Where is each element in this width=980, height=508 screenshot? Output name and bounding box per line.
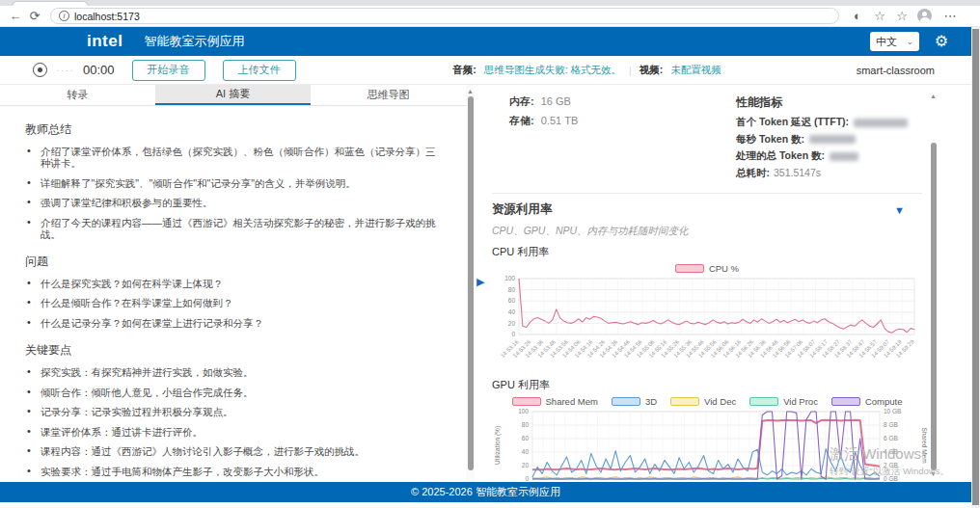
bullet-item: 什么是探究实践？如何在科学课上体现？ <box>25 278 441 289</box>
legend-item[interactable]: Vid Dec <box>670 396 736 407</box>
scrollbar-thumb[interactable] <box>468 96 474 470</box>
svg-text:8 GB: 8 GB <box>884 421 898 428</box>
tab-item[interactable]: AI 摘要 <box>155 85 311 105</box>
bullet-item: 介绍了课堂评价体系，包括绿色（探究实践）、粉色（倾听合作）和蓝色（记录分享）三种… <box>25 146 441 169</box>
storage-label: 存储: <box>509 115 534 126</box>
left-panel-scrollbar[interactable]: ▲ <box>466 85 475 482</box>
svg-text:100: 100 <box>504 275 515 281</box>
charts-area: CPU 利用率CPU %02040608010014:53:1614:53:26… <box>492 245 922 482</box>
memory-value: 16 GB <box>541 95 571 107</box>
section-list: 什么是探究实践？如何在科学课上体现？什么是倾听合作？在科学课堂上如何做到？什么是… <box>25 278 441 329</box>
cpu-chart-block: CPU 利用率CPU %02040608010014:53:1614:53:26… <box>492 245 922 371</box>
legend-label: Vid Dec <box>704 396 736 407</box>
scrollbar-thumb[interactable] <box>972 29 979 505</box>
svg-text:0: 0 <box>511 331 515 337</box>
chart-legend: CPU % <box>492 261 922 275</box>
page-info-icon[interactable]: i <box>59 11 69 21</box>
storage-value: 0.51 TB <box>541 115 579 126</box>
svg-text:100: 100 <box>518 408 529 414</box>
resource-header: 资源利用率 ▼ <box>492 201 922 218</box>
svg-text:80: 80 <box>522 421 530 428</box>
metric-row: 处理的总 Token 数: <box>736 149 922 163</box>
gpu-chart-block: GPU 利用率Shared Mem3DVid DecVid ProcComput… <box>492 378 922 482</box>
bullet-item: 介绍了今天的课程内容——通过《西游记》相关活动探究影子的秘密，并进行影子戏的挑战… <box>25 217 441 240</box>
start-recording-button[interactable]: 开始录音 <box>132 60 205 81</box>
memory-label: 内存: <box>509 95 534 107</box>
bullet-item: 记录分享：记录实验过程并积极分享观点。 <box>25 406 441 417</box>
audio-level-dots: ···· <box>56 66 75 75</box>
app-window: ← ⟳ i localhost:5173 ◐ ☆ ☆ ⋯ intel 智能教室示… <box>0 0 980 508</box>
tab-item[interactable]: 思维导图 <box>311 85 466 105</box>
tab-item[interactable]: 转录 <box>0 85 155 105</box>
record-icon[interactable] <box>33 63 47 77</box>
profile-avatar[interactable] <box>917 9 932 23</box>
main-content: 转录AI 摘要思维导图 教师总结介绍了课堂评价体系，包括绿色（探究实践）、粉色（… <box>0 85 971 482</box>
address-bar[interactable]: i localhost:5173 <box>50 8 839 24</box>
svg-text:6 GB: 6 GB <box>884 435 898 441</box>
svg-text:2 GB: 2 GB <box>884 462 898 468</box>
video-status-label: 视频: <box>640 64 664 77</box>
collections-star-icon[interactable]: ☆ <box>895 9 909 23</box>
metric-value: 351.5147s <box>774 167 821 178</box>
legend-label: CPU % <box>709 263 739 274</box>
ai-summary-content: 教师总结介绍了课堂评价体系，包括绿色（探究实践）、粉色（倾听合作）和蓝色（记录分… <box>0 106 466 482</box>
performance-title: 性能指标 <box>736 94 922 111</box>
right-panel-scrollbar[interactable]: ▲ ▼ <box>929 85 938 482</box>
metrics-panel: 内存: 16 GB 存储: 0.51 TB 性能指标 首个 Token 延迟 (… <box>482 85 928 482</box>
recording-toolbar: ···· 00:00 开始录音 上传文件 音频: 思维导图生成失败: 格式无效。… <box>0 56 971 85</box>
window-scrollbar[interactable] <box>971 27 980 508</box>
svg-text:20: 20 <box>522 462 530 468</box>
storage-row: 存储: 0.51 TB <box>509 114 736 128</box>
svg-text:0: 0 <box>525 475 529 482</box>
blurred-value <box>809 135 856 144</box>
legend-item[interactable]: Shared Mem <box>512 396 598 407</box>
reload-icon[interactable]: ⟳ <box>25 9 44 23</box>
browser-menu-icon[interactable]: ⋯ <box>940 9 960 23</box>
bullet-item: 课程内容：通过《西游记》人物讨论引入影子概念，进行影子戏的挑战。 <box>25 445 441 457</box>
scroll-up-icon[interactable]: ▲ <box>467 88 474 94</box>
collapse-icon[interactable]: ▼ <box>894 204 905 216</box>
upload-file-button[interactable]: 上传文件 <box>223 60 296 81</box>
legend-swatch <box>675 264 704 273</box>
legend-item[interactable]: 3D <box>612 396 657 407</box>
app-title: 智能教室示例应用 <box>144 33 244 50</box>
legend-label: Compute <box>865 396 903 407</box>
svg-text:80: 80 <box>508 286 516 293</box>
summary-tabbar: 转录AI 摘要思维导图 <box>0 85 466 106</box>
intel-logo: intel <box>87 32 122 51</box>
legend-item[interactable]: CPU % <box>675 263 739 274</box>
scroll-up-icon[interactable]: ▲ <box>930 93 937 99</box>
favorite-star-icon[interactable]: ☆ <box>873 9 886 23</box>
metric-row: 总耗时:351.5147s <box>736 167 922 180</box>
scrollbar-thumb[interactable] <box>931 143 937 470</box>
browser-toolbar: ← ⟳ i localhost:5173 ◐ ☆ ☆ ⋯ <box>0 6 980 27</box>
legend-label: Shared Mem <box>546 396 598 407</box>
extension-icon[interactable]: ◐ <box>851 9 864 23</box>
back-icon[interactable]: ← <box>6 9 25 23</box>
audio-status-text[interactable]: 思维导图生成失败: 格式无效。 <box>484 64 621 77</box>
session-name: smart-classroom <box>857 65 935 76</box>
section-list: 探究实践：有探究精神并进行实践，如做实验。倾听合作：倾听他人意见，小组合作完成任… <box>25 366 441 482</box>
legend-swatch <box>612 397 640 406</box>
system-info: 内存: 16 GB 存储: 0.51 TB 性能指标 首个 Token 延迟 (… <box>492 93 922 194</box>
legend-item[interactable]: Vid Proc <box>749 396 818 407</box>
svg-text:Shared Mem: Shared Mem <box>921 427 928 463</box>
recording-time: 00:00 <box>83 63 115 77</box>
chart-title: CPU 利用率 <box>492 245 922 259</box>
legend-item[interactable]: Compute <box>831 396 903 407</box>
section-list: 介绍了课堂评价体系，包括绿色（探究实践）、粉色（倾听合作）和蓝色（记录分享）三种… <box>25 146 441 240</box>
resource-subtitle: CPU、GPU、NPU、内存与功耗随时间变化 <box>492 225 922 238</box>
bullet-item: 倾听合作：倾听他人意见，小组合作完成任务。 <box>25 387 441 398</box>
language-select[interactable]: 中文 ⌄ <box>870 32 919 51</box>
video-status-text[interactable]: 未配置视频 <box>670 64 721 77</box>
gear-icon[interactable]: ⚙ <box>935 34 948 49</box>
summary-panel: 转录AI 摘要思维导图 教师总结介绍了课堂评价体系，包括绿色（探究实践）、粉色（… <box>0 85 466 482</box>
bullet-item: 课堂评价体系：通过讲卡进行评价。 <box>25 426 441 438</box>
app-header: intel 智能教室示例应用 中文 ⌄ ⚙ <box>0 27 971 56</box>
app-footer: © 2025-2026 智能教室示例应用 <box>0 482 971 502</box>
bullet-item: 什么是记录分享？如何在课堂上进行记录和分享？ <box>25 317 441 329</box>
scroll-down-icon[interactable]: ▼ <box>930 470 937 477</box>
metric-label: 处理的总 Token 数: <box>736 149 825 161</box>
metric-label: 总耗时: <box>736 167 770 178</box>
bullet-item: 强调了课堂纪律和积极参与的重要性。 <box>25 197 441 208</box>
